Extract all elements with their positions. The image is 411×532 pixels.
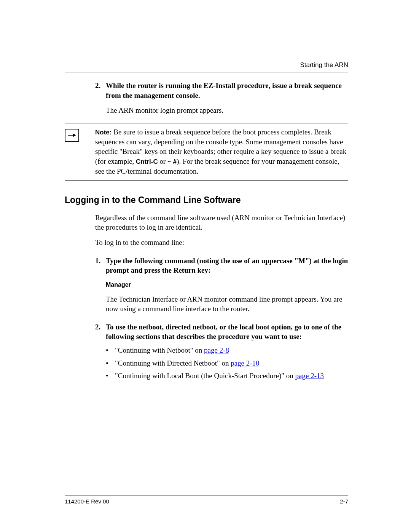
step-2: 2. While the router is running the EZ-In… [95, 81, 348, 100]
note-callout: Note: Be sure to issue a break sequence … [65, 123, 348, 181]
login-step-1-after: The Technician Interface or ARN monitor … [106, 294, 348, 314]
footer-doc-id: 114200-E Rev 00 [65, 498, 109, 505]
list-item: • "Continuing with Netboot" on page 2-8 [106, 345, 348, 355]
bullet-icon: • [106, 371, 115, 381]
section-intro: Regardless of the command line software … [95, 213, 348, 232]
page-link[interactable]: page 2-8 [204, 346, 229, 354]
step-2-text: While the router is running the EZ-Insta… [106, 81, 348, 100]
note-label: Note: [95, 129, 112, 136]
note-text-2: or [158, 157, 167, 165]
page-link[interactable]: page 2-13 [295, 372, 324, 380]
login-step-1-text: Type the following command (noting the u… [106, 256, 348, 275]
bullet-text: "Continuing with Directed Netboot" on [115, 359, 231, 367]
note-keyseq-1: Cntrl-C [136, 158, 158, 165]
page-header-title: Starting the ARN [65, 61, 348, 70]
list-item: • "Continuing with Directed Netboot" on … [106, 358, 348, 368]
bullet-icon: • [106, 358, 115, 368]
manager-command: Manager [106, 281, 348, 289]
footer-rule [65, 495, 348, 495]
header-rule [65, 72, 348, 72]
page-link[interactable]: page 2-10 [231, 359, 259, 367]
login-step-2-number: 2. [95, 322, 106, 342]
note-keyseq-2: ~ # [167, 158, 177, 165]
footer-page-number: 2-7 [340, 498, 348, 505]
section-heading: Logging in to the Command Line Software [65, 194, 348, 206]
arrow-right-icon [65, 129, 79, 142]
login-step-1-number: 1. [95, 256, 106, 275]
page-footer: 114200-E Rev 00 2-7 [65, 495, 348, 505]
step-2-number: 2. [95, 81, 106, 100]
section-lead: To log in to the command line: [95, 238, 348, 248]
login-step-2-text: To use the netboot, directed netboot, or… [106, 322, 348, 342]
note-body: Note: Be sure to issue a break sequence … [95, 127, 348, 176]
step-2-after: The ARN monitor login prompt appears. [106, 105, 348, 115]
list-item: • "Continuing with Local Boot (the Quick… [106, 371, 348, 381]
login-step-1: 1. Type the following command (noting th… [95, 256, 348, 275]
bullet-list: • "Continuing with Netboot" on page 2-8 … [106, 345, 348, 381]
bullet-text: "Continuing with Netboot" on [115, 346, 204, 354]
login-step-2: 2. To use the netboot, directed netboot,… [95, 322, 348, 342]
bullet-text: "Continuing with Local Boot (the Quick-S… [115, 372, 295, 380]
bullet-icon: • [106, 345, 115, 355]
